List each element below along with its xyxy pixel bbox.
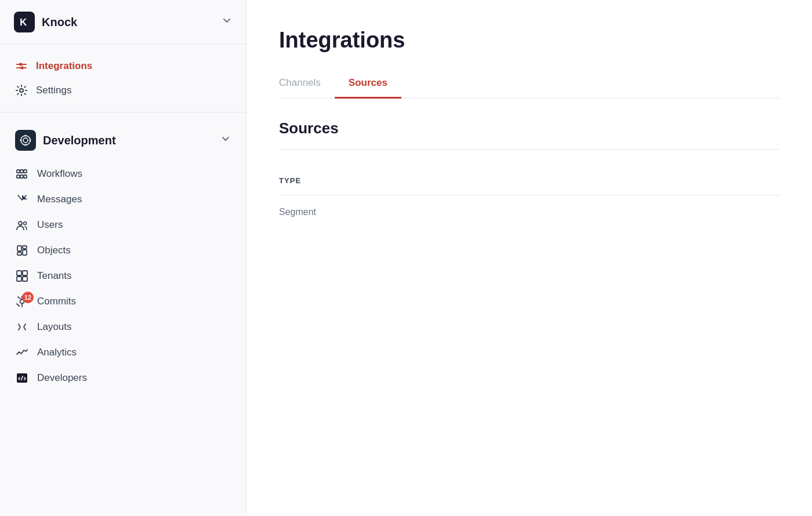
svg-point-5 (23, 138, 28, 143)
svg-point-6 (25, 135, 27, 137)
settings-label: Settings (36, 85, 71, 96)
workspace-header: K Knock (0, 0, 246, 45)
svg-line-30 (17, 304, 19, 306)
dev-section-header: Development (0, 112, 246, 161)
svg-rect-13 (17, 175, 20, 178)
sidebar-item-analytics[interactable]: Analytics (7, 340, 239, 365)
svg-rect-11 (20, 170, 23, 173)
svg-point-18 (24, 222, 27, 225)
svg-point-4 (21, 136, 30, 145)
commits-badge: 12 (22, 292, 34, 303)
sidebar-item-commits[interactable]: 12 Commits (7, 289, 239, 314)
col-type-header: TYPE (279, 176, 301, 185)
svg-rect-10 (17, 170, 20, 173)
sidebar-item-workflows[interactable]: Workflows (7, 161, 239, 187)
sidebar: K Knock Integrations (0, 0, 246, 516)
tabs-bar: Channels Sources (279, 71, 780, 99)
svg-rect-19 (17, 246, 21, 251)
svg-point-7 (25, 144, 27, 146)
messages-icon (15, 193, 29, 206)
workflows-icon (15, 168, 29, 180)
dev-section-selector[interactable]: Development (7, 124, 239, 157)
svg-point-2 (20, 67, 23, 69)
table-row: Segment (279, 195, 780, 229)
analytics-icon (15, 346, 29, 359)
messages-label: Messages (37, 194, 82, 205)
developers-icon (15, 372, 29, 384)
users-label: Users (37, 219, 63, 231)
settings-icon (15, 84, 28, 97)
svg-point-3 (20, 89, 23, 92)
sidebar-item-tenants[interactable]: Tenants (7, 263, 239, 289)
svg-rect-21 (23, 246, 27, 249)
sidebar-items-list: Workflows Messages Users (0, 161, 246, 391)
svg-rect-26 (23, 277, 27, 281)
svg-rect-24 (23, 271, 27, 275)
svg-rect-22 (17, 252, 21, 255)
sources-section-title: Sources (279, 119, 780, 137)
chevron-down-icon (222, 16, 232, 28)
svg-text:K: K (20, 17, 27, 28)
svg-point-17 (19, 221, 22, 225)
sidebar-item-developers[interactable]: Developers (7, 365, 239, 391)
sidebar-item-objects[interactable]: Objects (7, 238, 239, 263)
svg-point-9 (30, 140, 31, 141)
tab-sources[interactable]: Sources (335, 71, 401, 99)
layouts-icon (15, 321, 29, 333)
svg-rect-15 (24, 175, 27, 178)
tenants-label: Tenants (37, 270, 72, 282)
page-title: Integrations (279, 28, 780, 53)
section-chevron-icon (220, 134, 231, 147)
workspace-logo: K (14, 12, 35, 32)
sources-section: Sources TYPE Segment (279, 119, 780, 229)
table-header: TYPE (279, 168, 780, 192)
svg-point-8 (20, 140, 22, 141)
integrations-label: Integrations (36, 60, 92, 72)
section-divider (279, 149, 780, 150)
sidebar-item-layouts[interactable]: Layouts (7, 314, 239, 340)
analytics-label: Analytics (37, 347, 77, 358)
segment-type-value: Segment (279, 207, 316, 217)
top-nav: Integrations Settings (0, 45, 246, 112)
section-title: Development (43, 134, 213, 147)
objects-label: Objects (37, 245, 71, 256)
svg-rect-23 (17, 271, 21, 275)
svg-line-31 (18, 297, 20, 299)
svg-point-1 (20, 63, 23, 66)
commits-label: Commits (37, 296, 76, 307)
tab-channels[interactable]: Channels (279, 71, 335, 99)
sidebar-item-users[interactable]: Users (7, 212, 239, 238)
layouts-label: Layouts (37, 321, 72, 333)
developers-label: Developers (37, 372, 87, 384)
dev-logo (15, 130, 36, 151)
svg-rect-12 (24, 170, 27, 173)
svg-rect-14 (20, 175, 23, 178)
svg-rect-20 (23, 250, 27, 255)
objects-icon (15, 244, 29, 257)
workspace-selector[interactable]: K Knock (14, 12, 232, 32)
svg-rect-25 (17, 277, 21, 281)
sidebar-item-settings[interactable]: Settings (7, 78, 239, 103)
sidebar-item-integrations[interactable]: Integrations (7, 54, 239, 78)
workspace-name: Knock (42, 16, 215, 29)
sidebar-item-messages[interactable]: Messages (7, 187, 239, 212)
tenants-icon (15, 270, 29, 282)
main-content: Integrations Channels Sources Sources TY… (246, 0, 812, 516)
workflows-label: Workflows (37, 168, 82, 180)
commits-icon: 12 (15, 295, 29, 308)
integrations-icon (15, 60, 28, 72)
users-icon (15, 219, 29, 231)
